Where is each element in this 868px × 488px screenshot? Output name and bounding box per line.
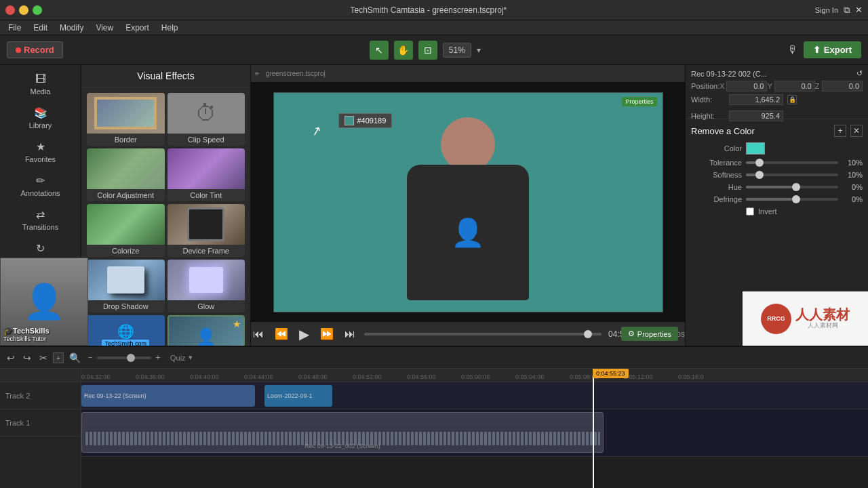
- effect-glow-label: Glow: [195, 300, 217, 312]
- redo-button[interactable]: ↪: [20, 351, 34, 365]
- skip-forward-button[interactable]: ⏭: [342, 326, 357, 342]
- nav-library[interactable]: 📚 Library: [0, 101, 81, 135]
- ruler-mark-11: 0:05:16:0: [678, 373, 704, 380]
- clip-screen-002[interactable]: Rec 09-13-22_002 (Screen): [81, 412, 604, 453]
- zoom-display[interactable]: 51%: [443, 43, 471, 58]
- zoom-in-icon[interactable]: ＋: [154, 352, 162, 363]
- refresh-icon[interactable]: ↺: [856, 69, 863, 78]
- effect-clip-speed-label: Clip Speed: [185, 134, 227, 146]
- properties-badge[interactable]: Properties: [622, 97, 656, 106]
- effect-interactive-hotspot[interactable]: 🌐 TechSmith.com Interactive Hotspot: [87, 315, 165, 346]
- nav-media[interactable]: 🎞 Media: [0, 68, 81, 101]
- crop-tool-button[interactable]: ⊡: [418, 41, 437, 60]
- skip-back-button[interactable]: ⏮: [251, 326, 266, 342]
- clip-loom[interactable]: Loom-2022-09-1: [264, 385, 332, 407]
- menu-view[interactable]: View: [90, 22, 119, 34]
- arrow-tool-button[interactable]: ↖: [370, 41, 389, 60]
- effect-device-frame[interactable]: Device Frame: [167, 204, 245, 257]
- track-1-label: Track 1: [0, 409, 81, 436]
- effect-color-tint-thumb: [167, 148, 245, 189]
- effect-device-frame-thumb: [167, 204, 245, 245]
- menu-modify[interactable]: Modify: [54, 22, 89, 34]
- sign-in-label[interactable]: Sign In: [815, 6, 838, 14]
- y-axis-label: Y: [767, 82, 774, 90]
- export-button[interactable]: ⬆ Export: [804, 41, 861, 58]
- effect-color-adjustment[interactable]: Color Adjustment: [87, 148, 165, 201]
- nav-favorites[interactable]: ★ Favorites: [0, 135, 81, 169]
- zoom-slider[interactable]: [97, 357, 151, 359]
- record-button[interactable]: Record: [7, 41, 63, 58]
- restore-icon[interactable]: ⧉: [844, 5, 850, 16]
- titlebar-controls[interactable]: [5, 5, 42, 15]
- clip-name-text: Rec 09-13-22 002 (C...: [691, 70, 767, 78]
- effect-glow-thumb: [167, 260, 245, 300]
- effect-drop-shadow-thumb: [87, 260, 165, 300]
- clip-screen[interactable]: Rec 09-13-22 (Screen): [81, 385, 255, 407]
- effect-color-tint[interactable]: Color Tint: [167, 148, 245, 201]
- track-2-label: Track 2: [0, 382, 81, 409]
- menu-file[interactable]: File: [3, 22, 26, 34]
- brand-name-cn: 人人素材: [795, 308, 850, 321]
- playhead-bar[interactable]: [364, 333, 601, 336]
- nav-transitions[interactable]: ⇄ Transitions: [0, 203, 81, 237]
- export-icon: ⬆: [813, 45, 821, 55]
- close-button[interactable]: [5, 5, 15, 15]
- effect-remove-a-color[interactable]: 👤 ★ Remove a Color: [167, 315, 245, 346]
- effect-clip-speed[interactable]: ⏱ Clip Speed: [167, 93, 245, 146]
- hue-slider[interactable]: [746, 186, 838, 188]
- library-icon: 📚: [34, 106, 47, 119]
- menu-export[interactable]: Export: [120, 22, 155, 34]
- search-button[interactable]: 🔍: [66, 351, 83, 365]
- hand-tool-button[interactable]: ✋: [394, 41, 413, 60]
- playhead-position[interactable]: [584, 330, 592, 338]
- width-row: Width: 🔒: [691, 94, 863, 105]
- visual-effects-panel: Visual Effects Border ⏱ Clip Speed Color…: [81, 65, 251, 346]
- ruler-mark-0: 0:04:32:00: [81, 373, 111, 380]
- remove-effect-button[interactable]: ✕: [850, 125, 863, 137]
- zoom-dropdown-icon[interactable]: ▾: [477, 45, 481, 55]
- minimize-button[interactable]: [19, 5, 28, 15]
- nav-annotations[interactable]: ✏ Annotations: [0, 169, 81, 203]
- remove-color-title: Remove a Color + ✕: [691, 125, 863, 137]
- properties-button[interactable]: ⚙ Properties: [621, 327, 678, 341]
- menu-help[interactable]: Help: [156, 22, 184, 34]
- nav-media-label: Media: [31, 87, 51, 96]
- x-position-input[interactable]: [726, 81, 767, 92]
- width-input[interactable]: [729, 94, 783, 105]
- add-effect-button[interactable]: +: [834, 125, 846, 137]
- z-axis-label: Z: [815, 82, 822, 90]
- step-forward-button[interactable]: ⏩: [318, 325, 336, 342]
- close-icon[interactable]: ✕: [855, 5, 863, 15]
- cut-button[interactable]: ✂: [37, 351, 50, 365]
- quiz-dropdown-icon[interactable]: ▾: [189, 353, 193, 362]
- panel-title-buttons: + ✕: [834, 125, 863, 137]
- step-back-button[interactable]: ⏪: [273, 325, 290, 342]
- color-picker-popup[interactable]: #409189: [338, 113, 393, 128]
- undo-button[interactable]: ↩: [4, 351, 18, 365]
- softness-slider[interactable]: [746, 174, 838, 176]
- defringe-slider[interactable]: [746, 198, 838, 201]
- menu-edit[interactable]: Edit: [28, 22, 53, 34]
- effect-glow[interactable]: Glow: [167, 260, 245, 312]
- play-pause-button[interactable]: ▶: [297, 324, 311, 344]
- lock-aspect-button[interactable]: 🔒: [787, 95, 797, 104]
- quiz-label: Quiz: [170, 354, 186, 362]
- brand-logo-container: RRCG: [761, 304, 791, 334]
- z-position-input[interactable]: [822, 81, 863, 92]
- tolerance-slider[interactable]: [746, 161, 838, 164]
- y-position-input[interactable]: [774, 81, 815, 92]
- color-hex-label: #409189: [357, 117, 387, 125]
- effect-colorize[interactable]: Colorize: [87, 204, 165, 257]
- track-2-row: Rec 09-13-22 (Screen) Loom-2022-09-1: [81, 382, 868, 409]
- instructor-label: 🎓TechSkills TechSkills Tutor: [3, 327, 50, 342]
- ruler-mark-1: 0:04:36:00: [136, 373, 165, 380]
- color-swatch-picker[interactable]: [746, 142, 765, 155]
- maximize-button[interactable]: [33, 5, 42, 15]
- invert-checkbox[interactable]: [746, 207, 754, 216]
- ruler-mark-7: 0:05:00:00: [461, 373, 490, 380]
- effect-border[interactable]: Border: [87, 93, 165, 146]
- add-track-button[interactable]: +: [53, 352, 64, 363]
- effect-drop-shadow[interactable]: Drop Shadow: [87, 260, 165, 312]
- zoom-out-icon[interactable]: －: [86, 352, 94, 363]
- timeline-ruler: 0:04:55:23 0:04:32:00 0:04:36:00 0:04:40…: [81, 369, 868, 382]
